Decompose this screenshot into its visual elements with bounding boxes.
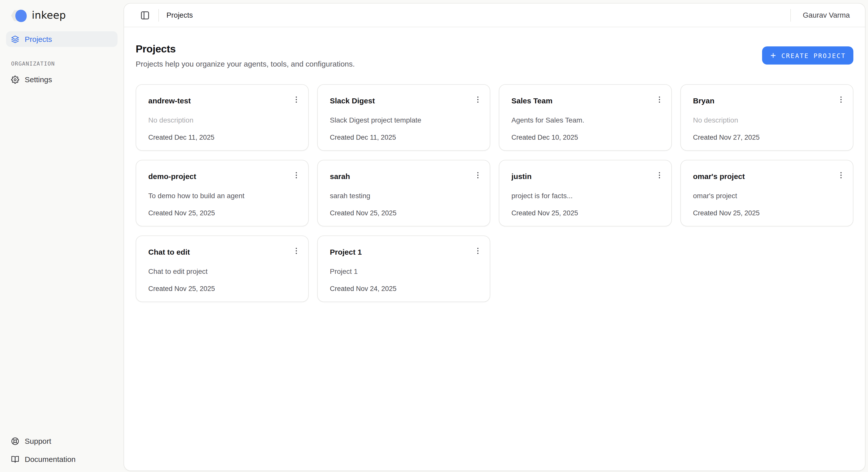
project-card-header: omar's project bbox=[693, 171, 844, 181]
sidebar-nav: Projects bbox=[0, 23, 124, 47]
inkeep-logo[interactable]: inkeep bbox=[0, 0, 124, 23]
sidebar-item-label: Support bbox=[25, 437, 51, 445]
project-card-header: sarah bbox=[330, 171, 480, 181]
project-card[interactable]: Bryan No description Created Nov 27, 202… bbox=[680, 84, 854, 151]
kebab-menu-icon bbox=[655, 171, 664, 180]
project-name: andrew-test bbox=[148, 96, 191, 105]
project-created-date: Created Dec 11, 2025 bbox=[148, 134, 299, 142]
project-card[interactable]: Slack Digest Slack Digest project templa… bbox=[317, 84, 490, 151]
project-description: Agents for Sales Team. bbox=[512, 116, 662, 125]
project-created-date: Created Nov 25, 2025 bbox=[148, 285, 299, 293]
project-name: Project 1 bbox=[330, 247, 362, 257]
project-menu-button[interactable] bbox=[291, 246, 301, 256]
page-title: Projects bbox=[136, 43, 355, 55]
project-created-date: Created Nov 25, 2025 bbox=[148, 209, 299, 217]
project-menu-button[interactable] bbox=[473, 170, 483, 180]
page-subtitle: Projects help you organize your agents, … bbox=[136, 60, 355, 68]
project-description: Slack Digest project template bbox=[330, 116, 480, 125]
topbar-user-divider bbox=[790, 9, 791, 22]
project-menu-button[interactable] bbox=[655, 170, 664, 180]
project-card[interactable]: Sales Team Agents for Sales Team. Create… bbox=[499, 84, 672, 151]
project-card-header: demo-project bbox=[148, 171, 299, 181]
project-created-date: Created Dec 10, 2025 bbox=[512, 134, 662, 142]
project-card[interactable]: justin project is for facts... Created N… bbox=[499, 160, 672, 226]
project-menu-button[interactable] bbox=[291, 170, 301, 180]
kebab-menu-icon bbox=[473, 171, 482, 180]
sidebar-item-support[interactable]: Support bbox=[6, 433, 118, 449]
project-menu-button[interactable] bbox=[836, 95, 846, 104]
project-card[interactable]: Chat to edit Chat to edit project Create… bbox=[136, 235, 309, 302]
kebab-menu-icon bbox=[655, 95, 664, 104]
kebab-menu-icon bbox=[292, 247, 301, 255]
user-menu[interactable]: Gaurav Varma bbox=[803, 11, 850, 19]
gear-icon bbox=[11, 75, 19, 84]
life-buoy-icon bbox=[11, 437, 19, 445]
project-menu-button[interactable] bbox=[655, 95, 664, 104]
project-description: To demo how to build an agent bbox=[148, 192, 299, 200]
project-description: Project 1 bbox=[330, 267, 480, 276]
layers-icon bbox=[11, 35, 19, 43]
project-created-date: Created Dec 11, 2025 bbox=[330, 134, 480, 142]
project-name: Slack Digest bbox=[330, 96, 375, 105]
sidebar-item-settings[interactable]: Settings bbox=[6, 72, 118, 87]
project-menu-button[interactable] bbox=[291, 95, 301, 104]
plus-icon bbox=[770, 52, 777, 59]
book-open-icon bbox=[11, 455, 19, 463]
sidebar-footer: Support Documentation bbox=[0, 433, 124, 472]
project-name: demo-project bbox=[148, 171, 196, 181]
project-created-date: Created Nov 24, 2025 bbox=[330, 285, 480, 293]
kebab-menu-icon bbox=[473, 247, 482, 255]
sidebar-item-documentation[interactable]: Documentation bbox=[6, 451, 118, 467]
sidebar: inkeep Projects ORGANIZATION bbox=[0, 0, 124, 472]
project-card-header: andrew-test bbox=[148, 96, 299, 105]
project-menu-button[interactable] bbox=[836, 170, 846, 180]
project-card[interactable]: sarah sarah testing Created Nov 25, 2025 bbox=[317, 160, 490, 226]
project-card[interactable]: andrew-test No description Created Dec 1… bbox=[136, 84, 309, 151]
page-header: Projects Projects help you organize your… bbox=[136, 43, 854, 68]
project-created-date: Created Nov 27, 2025 bbox=[693, 134, 844, 142]
project-name: Chat to edit bbox=[148, 247, 190, 257]
panel-left-icon bbox=[140, 10, 150, 20]
project-card[interactable]: omar's project omar's project Created No… bbox=[680, 160, 854, 226]
project-description: sarah testing bbox=[330, 192, 480, 200]
kebab-menu-icon bbox=[292, 95, 301, 104]
create-project-button[interactable]: CREATE PROJECT bbox=[762, 46, 854, 65]
project-card[interactable]: demo-project To demo how to build an age… bbox=[136, 160, 309, 226]
project-name: omar's project bbox=[693, 171, 745, 181]
page-header-text: Projects Projects help you organize your… bbox=[136, 43, 355, 68]
topbar: Projects Gaurav Varma bbox=[124, 3, 865, 27]
project-name: Bryan bbox=[693, 96, 714, 105]
project-card-header: Project 1 bbox=[330, 247, 480, 257]
create-project-label: CREATE PROJECT bbox=[781, 52, 846, 59]
project-created-date: Created Nov 25, 2025 bbox=[330, 209, 480, 217]
sidebar-toggle-button[interactable] bbox=[139, 9, 151, 21]
project-description: project is for facts... bbox=[512, 192, 662, 200]
breadcrumb: Projects bbox=[166, 11, 193, 19]
sidebar-item-projects[interactable]: Projects bbox=[6, 31, 118, 47]
project-created-date: Created Nov 25, 2025 bbox=[512, 209, 662, 217]
project-description: No description bbox=[693, 116, 844, 125]
app-viewport: inkeep Projects ORGANIZATION bbox=[0, 0, 868, 472]
kebab-menu-icon bbox=[292, 171, 301, 180]
project-card-header: Slack Digest bbox=[330, 96, 480, 105]
project-menu-button[interactable] bbox=[473, 95, 483, 104]
main-panel: Projects Gaurav Varma Projects Projects … bbox=[124, 3, 866, 471]
project-card[interactable]: Project 1 Project 1 Created Nov 24, 2025 bbox=[317, 235, 490, 302]
project-card-header: justin bbox=[512, 171, 662, 181]
projects-page: Projects Projects help you organize your… bbox=[124, 27, 865, 302]
kebab-menu-icon bbox=[837, 95, 845, 104]
brand-name: inkeep bbox=[32, 10, 66, 20]
project-name: justin bbox=[512, 171, 532, 181]
inkeep-logo-icon bbox=[10, 8, 27, 23]
project-card-header: Bryan bbox=[693, 96, 844, 105]
project-name: Sales Team bbox=[512, 96, 553, 105]
project-description: No description bbox=[148, 116, 299, 125]
project-description: omar's project bbox=[693, 192, 844, 200]
sidebar-item-label: Documentation bbox=[25, 455, 76, 464]
sidebar-section-organization: ORGANIZATION bbox=[0, 47, 124, 72]
project-name: sarah bbox=[330, 171, 350, 181]
project-card-header: Sales Team bbox=[512, 96, 662, 105]
project-menu-button[interactable] bbox=[473, 246, 483, 256]
sidebar-item-label: Settings bbox=[25, 75, 52, 84]
project-description: Chat to edit project bbox=[148, 267, 299, 276]
